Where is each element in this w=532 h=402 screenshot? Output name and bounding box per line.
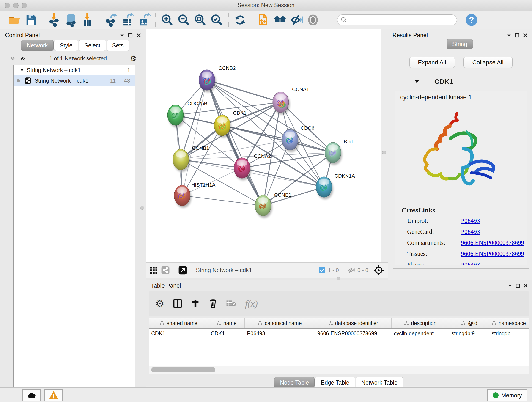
save-icon[interactable]: [23, 13, 39, 27]
table-cell[interactable]: 9606.ENSP00000378699: [315, 329, 392, 338]
birds-eye-grid-icon[interactable]: [150, 266, 158, 274]
gear-icon[interactable]: ⚙: [155, 298, 164, 309]
table-cell[interactable]: CDK1: [149, 329, 209, 338]
tab-sets[interactable]: Sets: [107, 40, 129, 51]
collection-expander-icon[interactable]: [20, 68, 24, 72]
right-splitter[interactable]: [381, 29, 388, 280]
export-network-icon[interactable]: [103, 13, 119, 27]
network-edge[interactable]: [182, 80, 207, 196]
clear-table-icon[interactable]: [226, 299, 236, 307]
close-panel-icon[interactable]: [523, 33, 528, 38]
export-table-icon[interactable]: [119, 13, 136, 27]
help-icon[interactable]: ?: [466, 14, 477, 26]
scrollbar-thumb[interactable]: [151, 367, 215, 372]
network-edge[interactable]: [207, 80, 281, 102]
network-edge[interactable]: [263, 187, 324, 206]
network-node-CCNE1[interactable]: [255, 195, 272, 218]
network-edge[interactable]: [242, 168, 324, 187]
tab-string[interactable]: String: [447, 39, 473, 49]
crosslink-link[interactable]: P06493: [461, 217, 480, 224]
network-edge[interactable]: [222, 125, 333, 153]
import-network-icon[interactable]: [46, 13, 63, 27]
fit-content-crosshair-icon[interactable]: [374, 265, 384, 275]
column-header-name[interactable]: name: [209, 318, 245, 328]
tab-style[interactable]: Style: [54, 40, 78, 51]
network-share-icon[interactable]: [161, 266, 170, 274]
network-collection-row[interactable]: String Network – cdk1 1: [13, 65, 135, 75]
delete-column-icon[interactable]: [209, 298, 217, 308]
network-node-CCNB1[interactable]: [173, 149, 190, 172]
expand-all-button[interactable]: Expand All: [409, 57, 455, 68]
expand-all-icon[interactable]: [19, 56, 26, 61]
column-header-shared-name[interactable]: shared name: [149, 318, 209, 328]
network-row-selected[interactable]: String Network – cdk1 11 48: [13, 75, 135, 86]
session-docs-icon[interactable]: [255, 13, 272, 27]
open-folder-icon[interactable]: [6, 13, 23, 27]
column-header-namespace[interactable]: namespace: [489, 318, 528, 328]
panel-menu-icon[interactable]: [120, 33, 125, 38]
crosslink-link[interactable]: P06493: [461, 261, 480, 265]
panel-menu-icon[interactable]: [506, 33, 511, 38]
collapse-all-icon[interactable]: [9, 56, 16, 61]
column-header-database-identifier[interactable]: database identifier: [315, 318, 392, 328]
network-edge[interactable]: [182, 168, 242, 196]
table-row[interactable]: CDK1CDK1P064939606.ENSP00000378699cyclin…: [149, 329, 529, 338]
float-panel-icon[interactable]: [128, 33, 133, 38]
network-node-RB1[interactable]: [325, 142, 342, 165]
table-cell[interactable]: CDK1: [209, 329, 245, 338]
refresh-icon[interactable]: [232, 13, 248, 27]
network-canvas[interactable]: CCNB2CCNA1CDC25BCDK1CDC6RB1CCNB1CCNA2CDK…: [146, 29, 381, 262]
network-edge[interactable]: [182, 196, 263, 206]
zoom-in-icon[interactable]: [159, 13, 176, 27]
float-panel-icon[interactable]: [515, 283, 520, 288]
zoom-fit-icon[interactable]: [192, 13, 209, 27]
tab-edge-table[interactable]: Edge Table: [315, 377, 355, 388]
table-cell[interactable]: stringdb:9...: [449, 329, 489, 338]
tab-network-table[interactable]: Network Table: [355, 377, 403, 388]
homes-icon[interactable]: [272, 13, 288, 27]
horizontal-scrollbar[interactable]: [149, 366, 529, 374]
tab-node-table[interactable]: Node Table: [274, 377, 315, 388]
add-column-icon[interactable]: [191, 298, 200, 308]
crosslink-link[interactable]: 9606.ENSP00000378699: [461, 239, 524, 246]
table-cell[interactable]: cyclin-dependent ...: [392, 329, 449, 338]
network-node-CDKN1A[interactable]: [316, 177, 333, 199]
function-icon[interactable]: f(x): [245, 298, 258, 309]
left-splitter-handle[interactable]: [140, 206, 144, 210]
columns-icon[interactable]: [173, 298, 182, 308]
close-panel-icon[interactable]: [136, 33, 141, 38]
column-header--id[interactable]: @id: [449, 318, 489, 328]
search-input[interactable]: [349, 17, 453, 23]
tab-network[interactable]: Network: [21, 40, 54, 51]
toolbar-search[interactable]: [337, 14, 457, 26]
close-panel-icon[interactable]: [523, 283, 528, 288]
network-node-HIST1H1A[interactable]: [174, 185, 191, 208]
splitter-handle[interactable]: [382, 151, 386, 154]
network-options-gear-icon[interactable]: ⚙: [130, 54, 137, 63]
float-panel-icon[interactable]: [515, 33, 520, 38]
crosslink-link[interactable]: 9606.ENSP00000378699: [461, 250, 524, 257]
hide-eye-icon[interactable]: [288, 13, 305, 27]
import-database-icon[interactable]: [63, 13, 79, 27]
export-image-icon[interactable]: [136, 13, 152, 27]
open-in-window-icon[interactable]: [178, 266, 187, 275]
memory-button[interactable]: Memory: [487, 389, 527, 401]
network-node-CCNA2[interactable]: [234, 158, 251, 180]
hidden-elements-badge[interactable]: 0 - 0: [347, 266, 368, 274]
table-cell[interactable]: stringdb: [489, 329, 528, 338]
column-header-canonical-name[interactable]: canonical name: [245, 318, 315, 328]
table-cell[interactable]: P06493: [245, 329, 315, 338]
cloud-button[interactable]: [22, 389, 41, 401]
tab-select[interactable]: Select: [79, 40, 106, 51]
warning-button[interactable]: [44, 389, 63, 401]
column-header-description[interactable]: description: [392, 318, 449, 328]
import-table-icon[interactable]: [79, 13, 96, 27]
zoom-selected-icon[interactable]: [209, 13, 225, 27]
panel-menu-icon[interactable]: [508, 283, 512, 288]
collapse-all-button[interactable]: Collapse All: [463, 57, 513, 68]
zoom-out-icon[interactable]: [176, 13, 192, 27]
crosslink-link[interactable]: P06493: [461, 228, 480, 235]
network-node-CCNB2[interactable]: [199, 70, 216, 92]
entry-expander-icon[interactable]: [414, 79, 419, 84]
selected-nodes-badge[interactable]: 1 - 0: [319, 267, 339, 274]
